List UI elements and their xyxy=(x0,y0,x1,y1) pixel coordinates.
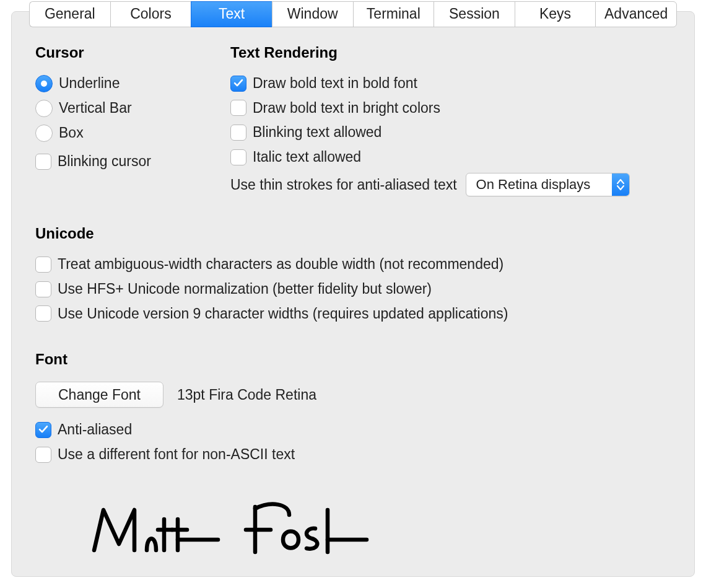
tab-colors[interactable]: Colors xyxy=(110,1,191,27)
blinking-text-checkbox[interactable]: Blinking text allowed xyxy=(230,124,671,141)
change-font-button[interactable]: Change Font xyxy=(35,382,163,408)
checkbox-label: Use Unicode version 9 character widths (… xyxy=(58,305,508,323)
radio-icon xyxy=(35,75,53,92)
tab-content: Cursor Underline Vertical Bar Box xyxy=(12,44,694,561)
checkbox-label: Use HFS+ Unicode normalization (better f… xyxy=(58,281,432,298)
checkbox-icon xyxy=(35,281,51,297)
ambiguous-width-checkbox[interactable]: Treat ambiguous-width characters as doub… xyxy=(35,256,671,273)
checkbox-icon xyxy=(230,76,246,92)
checkbox-icon xyxy=(230,125,246,141)
checkbox-label: Italic text allowed xyxy=(253,149,361,166)
cursor-heading: Cursor xyxy=(35,44,230,61)
tab-general[interactable]: General xyxy=(29,1,110,27)
cursor-option-label: Box xyxy=(59,125,84,142)
checkbox-label: Blinking text allowed xyxy=(253,124,381,141)
cursor-option-underline[interactable]: Underline xyxy=(35,75,230,92)
cursor-option-label: Underline xyxy=(59,75,120,92)
anti-aliased-checkbox[interactable]: Anti-aliased xyxy=(35,421,671,439)
unicode9-widths-checkbox[interactable]: Use Unicode version 9 character widths (… xyxy=(35,305,671,323)
cursor-option-vertical-bar[interactable]: Vertical Bar xyxy=(35,100,230,117)
tab-session[interactable]: Session xyxy=(434,1,515,27)
bright-colors-checkbox[interactable]: Draw bold text in bright colors xyxy=(230,100,671,117)
unicode-heading: Unicode xyxy=(35,225,671,242)
blinking-cursor-label: Blinking cursor xyxy=(58,153,151,170)
tab-keys[interactable]: Keys xyxy=(515,1,596,27)
italic-text-checkbox[interactable]: Italic text allowed xyxy=(230,149,671,166)
radio-icon xyxy=(35,125,53,142)
checkbox-label: Use a different font for non-ASCII text xyxy=(58,446,295,463)
cursor-option-label: Vertical Bar xyxy=(59,100,132,117)
checkbox-icon xyxy=(35,422,51,438)
thin-strokes-label: Use thin strokes for anti-aliased text xyxy=(230,177,457,193)
tab-bar: General Colors Text Window Terminal Sess… xyxy=(29,1,677,27)
radio-icon xyxy=(35,100,53,117)
signature-image xyxy=(85,491,671,561)
select-value: On Retina displays xyxy=(466,173,612,196)
checkbox-label: Anti-aliased xyxy=(58,421,132,439)
checkbox-icon xyxy=(230,149,246,165)
non-ascii-font-checkbox[interactable]: Use a different font for non-ASCII text xyxy=(35,446,671,463)
chevron-up-down-icon xyxy=(612,173,629,196)
font-heading: Font xyxy=(35,351,671,368)
tab-text[interactable]: Text xyxy=(191,1,272,27)
checkbox-label: Draw bold text in bold font xyxy=(253,75,417,92)
checkbox-icon xyxy=(35,447,51,463)
tab-terminal[interactable]: Terminal xyxy=(353,1,434,27)
checkbox-label: Treat ambiguous-width characters as doub… xyxy=(58,256,503,273)
preferences-panel: General Colors Text Window Terminal Sess… xyxy=(11,11,695,577)
checkbox-icon xyxy=(230,100,246,116)
checkbox-icon xyxy=(35,305,51,322)
tab-window[interactable]: Window xyxy=(272,1,353,27)
text-rendering-heading: Text Rendering xyxy=(230,44,671,61)
hfs-normalization-checkbox[interactable]: Use HFS+ Unicode normalization (better f… xyxy=(35,281,671,298)
checkbox-icon xyxy=(35,154,51,170)
checkbox-label: Draw bold text in bright colors xyxy=(253,100,440,117)
thin-strokes-select[interactable]: On Retina displays xyxy=(466,173,630,196)
cursor-option-box[interactable]: Box xyxy=(35,125,230,142)
bold-font-checkbox[interactable]: Draw bold text in bold font xyxy=(230,75,671,92)
current-font-label: 13pt Fira Code Retina xyxy=(177,387,316,403)
checkbox-icon xyxy=(35,257,51,273)
blinking-cursor-checkbox[interactable]: Blinking cursor xyxy=(35,153,230,170)
tab-advanced[interactable]: Advanced xyxy=(595,1,677,27)
